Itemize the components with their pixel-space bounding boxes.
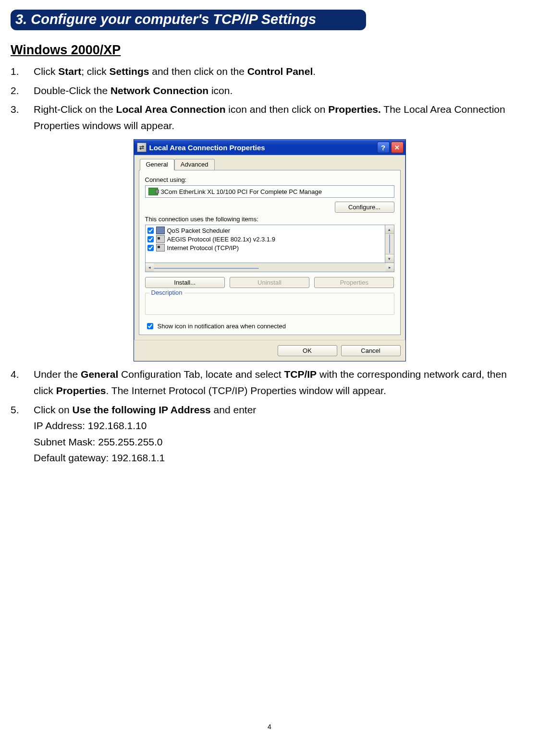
text: icon and then click on [226,104,329,115]
bold-settings: Settings [110,66,149,77]
adapter-field: 3Com EtherLink XL 10/100 PCI For Complet… [145,185,394,198]
text: Under the [34,369,81,380]
item-label: Internet Protocol (TCP/IP) [167,244,239,252]
tab-general[interactable]: General [140,159,174,170]
tab-strip: General Advanced [139,159,401,170]
gateway-line: Default gateway: 192.168.1.1 [34,450,528,466]
bold-use-ip: Use the following IP Address [73,404,211,415]
text: . The Internet Protocol (TCP/IP) Propert… [106,385,386,396]
subnet-line: Subnet Mask: 255.255.255.0 [34,434,528,450]
connect-using-label: Connect using: [145,176,394,183]
list-item[interactable]: QoS Packet Scheduler [147,226,384,235]
text: Click [34,66,58,77]
bold-properties2: Properties [56,385,106,396]
items-label: This connection uses the following items… [145,216,394,223]
tab-pane-general: Connect using: 3Com EtherLink XL 10/100 … [139,170,401,335]
component-icon [156,227,165,234]
step-5: Click on Use the following IP Address an… [11,402,528,466]
bold-control-panel: Control Panel [247,66,313,77]
adapter-name: 3Com EtherLink XL 10/100 PCI For Complet… [161,188,322,195]
instruction-list: Click Start; click Settings and then cli… [11,63,528,133]
item-checkbox[interactable] [147,245,154,251]
tab-advanced[interactable]: Advanced [174,159,215,170]
text: Configuration Tab, locate and select [118,369,284,380]
text: . [313,66,316,77]
horizontal-scrollbar[interactable]: ◂ ▸ [145,263,394,272]
list-item[interactable]: AEGIS Protocol (IEEE 802.1x) v2.3.1.9 [147,235,384,243]
text: ; click [81,66,109,77]
text: Right-Click on the [34,104,116,115]
component-icon [156,235,165,243]
bold-start: Start [58,66,81,77]
dialog-footer: OK Cancel [134,340,405,361]
text: and enter [211,404,257,415]
scroll-left-icon[interactable]: ◂ [146,263,154,272]
ip-line: IP Address: 192.168.1.10 [34,418,528,434]
step-1: Click Start; click Settings and then cli… [11,63,528,80]
item-checkbox[interactable] [147,228,154,234]
uninstall-button[interactable]: Uninstall [230,277,309,288]
list-item[interactable]: Internet Protocol (TCP/IP) [147,243,384,252]
step-4: Under the General Configuration Tab, loc… [11,366,528,398]
page-number: 4 [0,723,539,731]
show-icon-label: Show icon in notification area when conn… [158,323,286,330]
sub-heading: Windows 2000/XP [11,43,528,58]
bold-properties: Properties. [328,104,381,115]
component-icon [156,244,165,252]
description-groupbox: Description [145,293,394,315]
ok-button[interactable]: OK [278,345,337,356]
bold-network-connection: Network Connection [110,85,208,96]
window-title: Local Area Connection Properties [149,144,265,152]
description-label: Description [149,289,184,296]
bold-tcpip: TCP/IP [284,369,317,380]
cancel-button[interactable]: Cancel [341,345,401,356]
item-checkbox[interactable] [147,236,154,242]
bold-lac: Local Area Connection [116,104,226,115]
instruction-list-cont: Under the General Configuration Tab, loc… [11,366,528,466]
section-heading: 3. Configure your computer's TCP/IP Sett… [11,10,366,30]
scroll-up-icon[interactable]: ▴ [385,225,394,234]
scroll-down-icon[interactable]: ▾ [385,254,394,263]
titlebar[interactable]: ⇄ Local Area Connection Properties ? ✕ [134,140,405,155]
scroll-thumb[interactable] [389,234,390,253]
step-2: Double-Click the Network Connection icon… [11,83,528,99]
scroll-right-icon[interactable]: ▸ [386,263,394,272]
help-button[interactable]: ? [377,142,390,153]
text: and then click on the [149,66,247,77]
components-listbox[interactable]: QoS Packet Scheduler AEGIS Protocol (IEE… [145,225,385,263]
text: Double-Click the [34,85,110,96]
install-button[interactable]: Install... [145,277,225,288]
vertical-scrollbar[interactable]: ▴ ▾ [385,225,394,263]
xp-dialog: ⇄ Local Area Connection Properties ? ✕ G… [134,139,406,361]
nic-icon [148,188,158,195]
show-icon-checkbox[interactable] [147,323,153,329]
configure-button[interactable]: Configure... [335,202,394,213]
xp-dialog-figure: ⇄ Local Area Connection Properties ? ✕ G… [134,139,406,361]
step-3: Right-Click on the Local Area Connection… [11,101,528,133]
item-label: AEGIS Protocol (IEEE 802.1x) v2.3.1.9 [167,236,275,243]
scroll-thumb[interactable] [154,268,259,269]
item-label: QoS Packet Scheduler [167,227,231,234]
window-icon: ⇄ [137,143,147,152]
bold-general: General [81,369,118,380]
close-button[interactable]: ✕ [391,142,404,153]
text: icon. [208,85,233,96]
properties-button[interactable]: Properties [314,277,394,288]
text: Click on [34,404,73,415]
